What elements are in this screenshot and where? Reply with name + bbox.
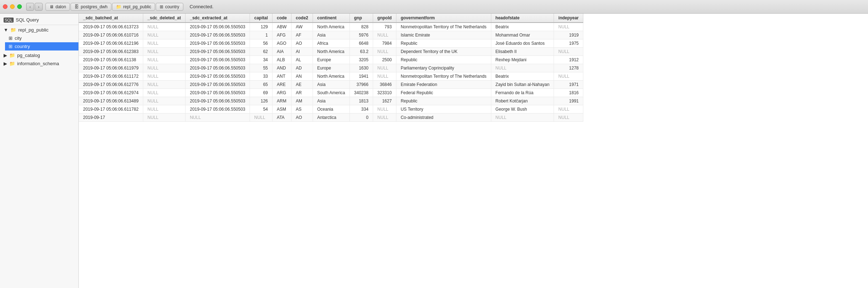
cell-indepyear: NULL [554,48,583,56]
cell--sdc-batched-at: 2019-09-17 05:06:06.61138 [79,56,143,64]
table-row[interactable]: 2019-09-17 05:06:06.613489NULL2019-09-17… [79,97,583,105]
cell-indepyear: NULL [554,105,583,114]
sidebar-pg-catalog-label: pg_catalog [17,53,40,58]
col-capital[interactable]: capital [250,14,273,23]
cell-code2: AN [291,72,313,81]
col-governmentform[interactable]: governmentform [396,14,491,23]
sidebar-country-label: country [15,44,30,49]
sql-query-button[interactable]: SQL SQL Query [0,15,78,25]
col-sdc-extracted-at[interactable]: _sdc_extracted_at [185,14,250,23]
cell--sdc-extracted-at: 2019-09-17 05:06:06.550503 [185,56,250,64]
cell-indepyear: NULL [554,114,583,122]
cell-gnp: 1813 [349,97,373,105]
col-sdc-deleted-at[interactable]: _sdc_deleted_at [143,14,185,23]
cell-headofstate: NULL [491,114,554,122]
breadcrumb: 🖥 dalon 🗄 postgres_dwh 📁 repl_pg_public … [45,3,184,11]
chevron-right-icon: ▶ [4,61,7,66]
table-wrapper[interactable]: _sdc_batched_at _sdc_deleted_at _sdc_ext… [79,14,868,288]
cell-continent: Europe [313,64,349,72]
table-row[interactable]: 2019-09-17 05:06:06.610716NULL2019-09-17… [79,31,583,39]
cell-capital: 126 [250,97,273,105]
breadcrumb-schema[interactable]: 📁 repl_pg_public [112,3,155,11]
cell-capital: 55 [250,64,273,72]
cell-headofstate: Zayid bin Sultan al-Nahayan [491,81,554,89]
cell-gnp: 1941 [349,72,373,81]
sidebar-repl-children: ⊞ city ⊞ country [0,34,78,51]
cell-capital: 62 [250,48,273,56]
sidebar-item-information-schema[interactable]: ▶ 📁 information_schema [0,59,78,68]
folder-icon: 📁 [10,27,16,33]
cell--sdc-extracted-at: 2019-09-17 05:06:06.550503 [185,89,250,97]
table-row[interactable]: 2019-09-17 05:06:06.611782NULL2019-09-17… [79,105,583,114]
table-row[interactable]: 2019-09-17 05:06:06.613723NULL2019-09-17… [79,23,583,31]
sidebar-item-city[interactable]: ⊞ city [5,34,78,42]
cell-gnpold: 7984 [373,39,396,48]
col-headofstate[interactable]: headofstate [491,14,554,23]
col-gnpold[interactable]: gnpold [373,14,396,23]
cell-indepyear: NULL [554,72,583,81]
sidebar-item-repl-pg-public[interactable]: ▼ 📁 repl_pg_public [0,26,78,34]
cell-headofstate: Fernando de la Rúa [491,89,554,97]
sidebar-item-pg-catalog[interactable]: ▶ 📁 pg_catalog [0,51,78,59]
cell-headofstate: Rexhep Mejdani [491,56,554,64]
main-layout: SQL SQL Query ▼ 📁 repl_pg_public ⊞ city … [0,14,868,288]
breadcrumb-server[interactable]: 🖥 dalon [45,3,70,11]
cell-capital: 33 [250,72,273,81]
col-code[interactable]: code [273,14,291,23]
cell--sdc-batched-at: 2019-09-17 [79,114,143,122]
sidebar: SQL SQL Query ▼ 📁 repl_pg_public ⊞ city … [0,14,79,288]
cell-gnpold: NULL [373,48,396,56]
cell--sdc-batched-at: 2019-09-17 05:06:06.611979 [79,64,143,72]
cell-code: ASM [273,105,291,114]
cell-capital: 54 [250,105,273,114]
cell-gnp: 5976 [349,31,373,39]
table-icon-active: ⊞ [9,44,13,49]
col-sdc-batched-at[interactable]: _sdc_batched_at [79,14,143,23]
table-row[interactable]: 2019-09-17NULLNULLNULLATAAOAntarctica0NU… [79,114,583,122]
breadcrumb-table[interactable]: ⊞ country [156,3,183,11]
cell-indepyear: NULL [554,23,583,31]
cell-capital: 69 [250,89,273,97]
connection-status: Connected. [190,4,214,9]
cell-capital: 129 [250,23,273,31]
close-button[interactable] [3,4,8,9]
cell-headofstate: Robert Kotčarjan [491,97,554,105]
table-row[interactable]: 2019-09-17 05:06:06.612776NULL2019-09-17… [79,81,583,89]
cell-code: ABW [273,23,291,31]
cell-code2: AS [291,105,313,114]
table-row[interactable]: 2019-09-17 05:06:06.61138NULL2019-09-17 … [79,56,583,64]
cell--sdc-extracted-at: 2019-09-17 05:06:06.550503 [185,105,250,114]
maximize-button[interactable] [17,4,22,9]
table-row[interactable]: 2019-09-17 05:06:06.612974NULL2019-09-17… [79,89,583,97]
cell-capital: 56 [250,39,273,48]
table-row[interactable]: 2019-09-17 05:06:06.612196NULL2019-09-17… [79,39,583,48]
back-button[interactable]: ‹ [26,3,34,11]
cell--sdc-deleted-at: NULL [143,81,185,89]
cell-continent: South America [313,89,349,97]
minimize-button[interactable] [10,4,15,9]
cell-code: ARE [273,81,291,89]
cell--sdc-extracted-at: 2019-09-17 05:06:06.550503 [185,31,250,39]
table-row[interactable]: 2019-09-17 05:06:06.611172NULL2019-09-17… [79,72,583,81]
cell-gnp: 0 [349,114,373,122]
cell-code2: AO [291,39,313,48]
cell-code2: AF [291,31,313,39]
cell-continent: Asia [313,81,349,89]
table-row[interactable]: 2019-09-17 05:06:06.612383NULL2019-09-17… [79,48,583,56]
cell--sdc-deleted-at: NULL [143,31,185,39]
cell-headofstate: Elisabeth II [491,48,554,56]
cell--sdc-deleted-at: NULL [143,89,185,97]
col-gnp[interactable]: gnp [349,14,373,23]
cell--sdc-extracted-at: NULL [185,114,250,122]
sidebar-repl-label: repl_pg_public [18,27,49,33]
sidebar-item-country[interactable]: ⊞ country [5,42,78,51]
cell-continent: Asia [313,97,349,105]
breadcrumb-database[interactable]: 🗄 postgres_dwh [71,3,111,11]
cell-governmentform: Islamic Emirate [396,31,491,39]
forward-button[interactable]: › [35,3,43,11]
cell--sdc-extracted-at: 2019-09-17 05:06:06.550503 [185,39,250,48]
table-row[interactable]: 2019-09-17 05:06:06.611979NULL2019-09-17… [79,64,583,72]
col-code2[interactable]: code2 [291,14,313,23]
col-indepyear[interactable]: indepyear [554,14,583,23]
col-continent[interactable]: continent [313,14,349,23]
